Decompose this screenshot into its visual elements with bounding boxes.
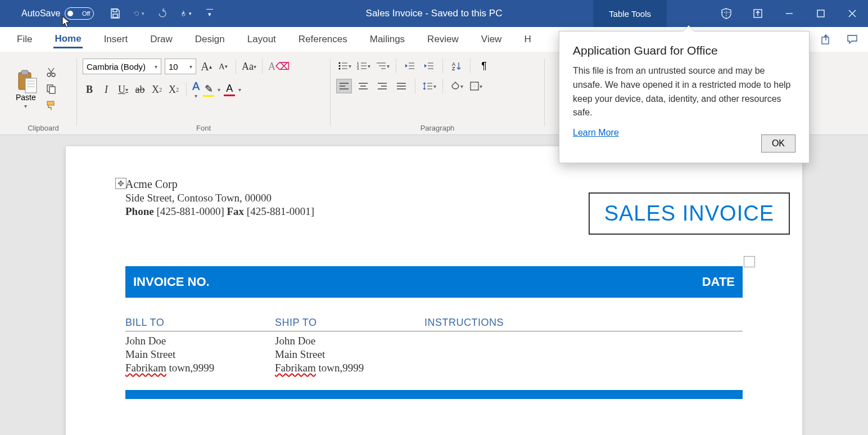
table-header-bar[interactable] [125,390,743,399]
sort-icon[interactable]: AZ [449,59,464,73]
shipto-block[interactable]: John Doe Main Street Fabrikam town,9999 [275,335,424,374]
ok-button[interactable]: OK [761,134,795,153]
group-label-clipboard: Clipboard [16,124,71,134]
document-title: Sales Invoice - Saved to this PC [366,8,503,19]
tab-review[interactable]: Review [426,32,460,47]
tab-references[interactable]: References [297,32,349,47]
format-painter-icon[interactable] [45,100,57,112]
chevron-down-icon: ▾ [24,103,27,109]
col-instructions[interactable]: INSTRUCTIONS [424,317,743,329]
font-size-select[interactable]: 10▾ [165,59,196,74]
justify-icon[interactable] [394,79,409,93]
subscript-button[interactable]: X2 [150,82,164,97]
tab-home[interactable]: Home [53,31,82,48]
autosave-label: AutoSave [21,8,60,19]
tab-mailings[interactable]: Mailings [369,32,406,47]
tab-design[interactable]: Design [194,32,226,47]
align-center-icon[interactable] [355,79,371,93]
group-clipboard: Paste ▾ Clipboard [10,54,76,134]
tab-file[interactable]: File [16,32,33,47]
touch-mode-icon[interactable]: ▾ [180,8,192,19]
autosave-control[interactable]: AutoSave Off [21,7,94,20]
tab-help[interactable]: H [523,32,532,47]
invoice-title[interactable]: SALES INVOICE [589,192,790,235]
italic-button[interactable]: I [100,82,113,97]
maximize-button[interactable] [805,0,837,27]
line-spacing-icon[interactable]: ▾ [421,79,437,93]
close-button[interactable] [837,0,868,27]
col-shipto[interactable]: SHIP TO [275,317,424,329]
column-headers: BILL TO SHIP TO INSTRUCTIONS [125,317,743,331]
banner-invoice-no: INVOICE NO. [133,275,210,289]
redo-icon[interactable] [157,8,168,19]
bold-button[interactable]: B [83,82,96,97]
tab-insert[interactable]: Insert [103,32,129,47]
col-billto[interactable]: BILL TO [125,317,275,329]
popover-body: This file is from an untrusted source an… [573,64,795,120]
table-move-handle-icon[interactable]: ✥ [115,178,126,189]
font-color-icon[interactable]: A [224,83,235,96]
bullets-icon[interactable]: ▾ [336,59,352,73]
popover-caret-icon [683,26,694,32]
svg-rect-9 [21,70,28,75]
tab-draw[interactable]: Draw [149,32,174,47]
group-font: Cambria (Body)▾ 10▾ A▴ A▾ Aa ▾ A⌫ B I U … [77,54,330,134]
banner-date: DATE [702,275,735,289]
window-controls [711,0,868,27]
quick-access-toolbar: ▾ ▾ ▾ [110,8,215,19]
group-label-font: Font [83,124,324,134]
strikethrough-button[interactable]: ab [133,82,147,97]
share-icon[interactable] [820,33,833,46]
svg-rect-1 [113,14,117,17]
change-case-icon[interactable]: Aa ▾ [242,59,256,74]
svg-rect-7 [822,37,829,44]
borders-icon[interactable]: ▾ [468,79,483,93]
increase-indent-icon[interactable] [421,59,437,73]
minimize-button[interactable] [774,0,805,27]
text-effects-icon[interactable]: A▾ [192,80,200,99]
app-guard-shield-icon[interactable] [711,0,742,27]
highlight-color-icon[interactable]: ✎ [203,83,214,97]
font-name-select[interactable]: Cambria (Body)▾ [83,59,161,74]
customize-qat-icon[interactable]: ▾ [204,8,215,19]
company-name[interactable]: Acme Corp [125,178,743,191]
svg-rect-59 [471,82,478,90]
billto-block[interactable]: John Doe Main Street Fabrikam town,9999 [125,335,275,374]
svg-rect-0 [113,9,117,12]
tab-layout[interactable]: Layout [246,32,277,47]
invoice-header-banner[interactable]: INVOICE NO. DATE [125,266,743,298]
undo-icon[interactable]: ▾ [133,8,144,19]
shrink-font-icon[interactable]: A▾ [216,59,230,74]
popover-title: Application Guard for Office [573,44,795,57]
group-paragraph: ▾ 123▾ ▾ AZ ¶ ▾ ▾ ▾ [331,54,544,134]
display-options-icon[interactable] [742,0,774,27]
show-marks-icon[interactable]: ¶ [476,59,492,73]
save-icon[interactable] [110,8,121,19]
table-tools-tab[interactable]: Table Tools [593,0,667,27]
paste-icon [16,69,35,92]
numbering-icon[interactable]: 123▾ [355,59,371,73]
clear-formatting-icon[interactable]: A⌫ [268,59,290,74]
svg-point-25 [338,68,340,70]
learn-more-link[interactable]: Learn More [573,128,619,138]
tab-view[interactable]: View [480,32,503,47]
document-page[interactable]: ✥ Acme Corp Side Street, Contoso Town, 0… [66,146,802,435]
shading-icon[interactable]: ▾ [449,79,464,93]
underline-button[interactable]: U ▾ [116,82,130,97]
svg-text:3: 3 [357,67,359,70]
align-right-icon[interactable] [374,79,390,93]
align-left-icon[interactable] [336,79,352,93]
svg-point-21 [338,62,340,64]
decrease-indent-icon[interactable] [402,59,418,73]
superscript-button[interactable]: X2 [167,82,180,97]
grow-font-icon[interactable]: A▴ [200,59,213,74]
paste-button[interactable]: Paste ▾ [16,69,36,109]
column-values[interactable]: John Doe Main Street Fabrikam town,9999 … [125,335,743,374]
cut-icon[interactable] [45,66,57,78]
comments-icon[interactable] [846,33,859,46]
table-resize-handle-icon[interactable] [744,256,755,267]
document-area[interactable]: ✥ Acme Corp Side Street, Contoso Town, 0… [0,135,868,435]
multilevel-list-icon[interactable]: ▾ [374,59,390,73]
copy-icon[interactable] [45,83,57,95]
app-guard-popover: Application Guard for Office This file i… [559,31,810,163]
